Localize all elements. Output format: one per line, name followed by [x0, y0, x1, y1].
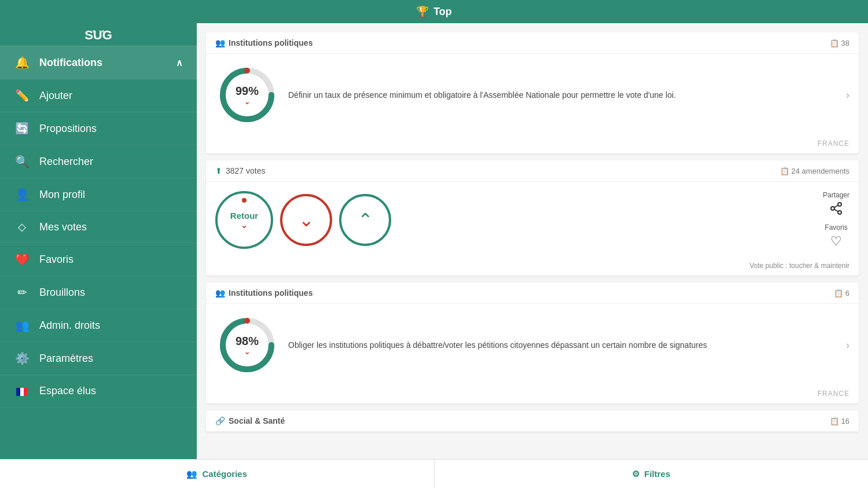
- favoris-label: Favoris: [825, 223, 847, 232]
- card-2-votes-value: 3827 votes: [226, 166, 266, 175]
- filtres-label: Filtres: [644, 469, 670, 479]
- sidebar-item-brouillons[interactable]: ✏ Brouillons: [0, 276, 197, 309]
- card-3-footer: FRANCE: [206, 386, 859, 403]
- search-icon: 🔍: [14, 155, 30, 168]
- sidebar-item-monprofil[interactable]: 👤 Mon profil: [0, 178, 197, 211]
- card-1-chevron[interactable]: ›: [841, 89, 849, 101]
- retour-down-arrow: ⌄: [241, 221, 248, 230]
- svg-line-9: [834, 210, 838, 212]
- svg-line-10: [834, 206, 838, 208]
- main-layout: SUG 🔔 Notifications ∧ ✏️ Ajouter 🔄 Propo…: [0, 23, 868, 459]
- donut-1[interactable]: 99% ⌄: [215, 63, 279, 127]
- card-4: 🔗 Social & Santé 📋 16: [206, 410, 859, 432]
- rechercher-label: Rechercher: [39, 156, 93, 168]
- propositions-icon: 🔄: [14, 122, 30, 135]
- card-1-category-label: Institutions politiques: [229, 38, 312, 47]
- edit-icon: ✏️: [14, 89, 30, 102]
- donut-1-arrow: ⌄: [236, 98, 259, 106]
- espace-label: Espace élus: [39, 385, 96, 397]
- card-2-header: ⬆ 3827 votes 📋 24 amendements: [206, 160, 859, 182]
- share-icon: [829, 201, 843, 219]
- sidebar-item-ajouter[interactable]: ✏️ Ajouter: [0, 79, 197, 112]
- top-bar: 🏆 Top: [0, 0, 868, 23]
- red-dot: [242, 198, 247, 203]
- admin-icon: 👥: [14, 318, 30, 332]
- vote-public-text: Vote public : toucher & maintenir: [206, 258, 859, 276]
- partager-label: Partager: [823, 191, 849, 199]
- filtres-button[interactable]: ⚙ Filtres: [435, 460, 869, 488]
- bottom-bar: 👥 Catégories ⚙ Filtres: [0, 459, 868, 488]
- sidebar-item-admin[interactable]: 👥 Admin. droits: [0, 309, 197, 342]
- svg-rect-1: [93, 30, 95, 32]
- category-icon-3: 👥: [215, 288, 225, 298]
- categories-icon: 👥: [186, 469, 197, 479]
- monprofil-label: Mon profil: [39, 189, 85, 201]
- amendments-icon: 📋: [780, 167, 789, 175]
- vote-buttons: Retour ⌄ ⌄ ⌃: [215, 191, 391, 249]
- card-4-category: 🔗 Social & Santé: [215, 416, 285, 425]
- vote-down-button[interactable]: ⌄: [280, 194, 332, 246]
- sidebar-item-favoris[interactable]: ❤️ Favoris: [0, 243, 197, 276]
- logo-svg: SUG: [75, 24, 122, 45]
- card-1-category: 👥 Institutions politiques: [215, 38, 312, 47]
- svg-point-8: [838, 211, 841, 214]
- categories-label: Catégories: [202, 469, 247, 479]
- filtres-icon: ⚙: [632, 469, 639, 479]
- card-3-body: 98% ⌄ Obliger les institutions politique…: [206, 304, 859, 386]
- card-3-text: Obliger les institutions politiques à dé…: [288, 339, 832, 351]
- card-4-count: 📋 16: [830, 417, 849, 425]
- retour-button[interactable]: Retour ⌄: [215, 191, 273, 249]
- profile-icon: 👤: [14, 188, 30, 201]
- gear-icon: ⚙️: [14, 351, 30, 365]
- heart-outline-icon: ♡: [830, 234, 842, 249]
- card-2-body: Retour ⌄ ⌄ ⌃ Partager: [206, 182, 859, 258]
- card-1-body: 99% ⌄ Définir un taux de présence minimu…: [206, 54, 859, 136]
- categories-button[interactable]: 👥 Catégories: [0, 460, 435, 488]
- votes-up-icon: ⬆: [215, 166, 222, 175]
- card-3-header: 👥 Institutions politiques 📋 6: [206, 282, 859, 304]
- svg-text:SUG: SUG: [84, 28, 112, 42]
- category-icon-4: 🔗: [215, 416, 225, 425]
- sidebar: SUG 🔔 Notifications ∧ ✏️ Ajouter 🔄 Propo…: [0, 23, 197, 459]
- retour-label: Retour: [230, 211, 258, 221]
- svg-point-13: [244, 318, 250, 324]
- partager-action[interactable]: Partager: [823, 191, 849, 219]
- bell-icon: 🔔: [14, 56, 30, 69]
- logo: SUG: [0, 23, 197, 46]
- sidebar-item-parametres[interactable]: ⚙️ Paramètres: [0, 342, 197, 375]
- heart-icon: ❤️: [14, 252, 30, 266]
- favoris-action[interactable]: Favoris ♡: [825, 223, 847, 249]
- top-title: Top: [433, 6, 452, 18]
- parametres-label: Paramètres: [39, 353, 93, 365]
- donut-3-label: 98% ⌄: [236, 335, 259, 356]
- sidebar-item-notifications[interactable]: 🔔 Notifications ∧: [0, 46, 197, 79]
- content-area: 👥 Institutions politiques 📋 38: [197, 23, 868, 459]
- donut-1-label: 99% ⌄: [236, 85, 259, 106]
- sidebar-item-espace[interactable]: Espace élus: [0, 375, 197, 408]
- card-2-amendments: 📋 24 amendements: [780, 167, 849, 175]
- card-3-region: FRANCE: [818, 390, 849, 398]
- donut-3[interactable]: 98% ⌄: [215, 313, 279, 377]
- card-3-chevron[interactable]: ›: [841, 339, 849, 351]
- flag-icon: [14, 384, 30, 398]
- category-icon-1: 👥: [215, 38, 225, 47]
- donut-3-arrow: ⌄: [236, 348, 259, 356]
- card-1-header: 👥 Institutions politiques 📋 38: [206, 32, 859, 54]
- donut-1-percent: 99%: [236, 85, 259, 98]
- card-3-count: 📋 6: [834, 289, 849, 298]
- chevron-down-icon: ⌄: [299, 209, 314, 231]
- action-panel: Partager Favoris ♡: [823, 191, 849, 249]
- vote-up-button[interactable]: ⌃: [339, 194, 391, 246]
- count-icon-3: 📋: [834, 289, 843, 298]
- propositions-label: Propositions: [39, 123, 97, 135]
- favoris-label: Favoris: [39, 254, 73, 266]
- sidebar-item-mesvotes[interactable]: ◇ Mes votes: [0, 211, 197, 243]
- count-icon-1: 📋: [830, 39, 839, 47]
- card-1-count: 📋 38: [830, 39, 849, 47]
- sidebar-item-propositions[interactable]: 🔄 Propositions: [0, 112, 197, 145]
- votes-icon: ◇: [14, 221, 30, 233]
- chevron-up-icon: ⌃: [358, 209, 373, 231]
- svg-rect-2: [102, 30, 104, 32]
- admin-label: Admin. droits: [39, 320, 100, 332]
- sidebar-item-rechercher[interactable]: 🔍 Rechercher: [0, 145, 197, 178]
